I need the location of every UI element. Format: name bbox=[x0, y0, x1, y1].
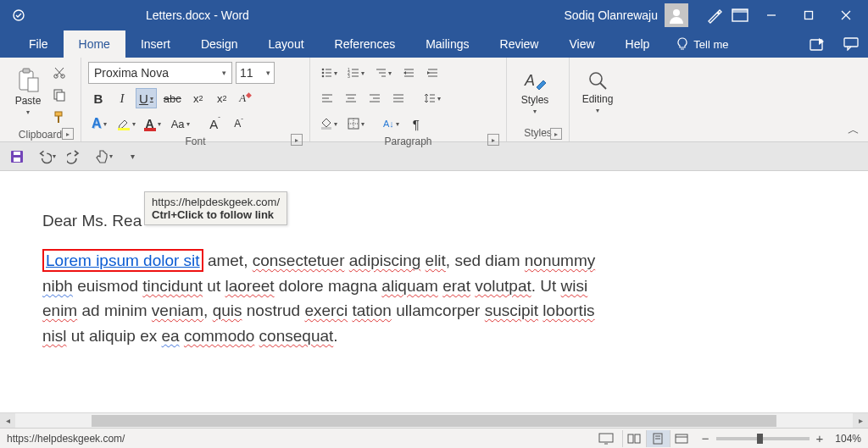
editing-button[interactable]: Editing ▾ bbox=[576, 61, 619, 122]
justify-button[interactable] bbox=[388, 88, 409, 108]
grow-font-button[interactable]: Aˆ bbox=[205, 113, 225, 134]
group-paragraph: 123 A↓ ¶ Paragraph▸ bbox=[310, 58, 507, 141]
tab-home[interactable]: Home bbox=[64, 30, 125, 58]
touch-mode-button[interactable]: ▾ bbox=[93, 147, 114, 167]
decrease-indent-button[interactable] bbox=[398, 63, 419, 83]
tab-help[interactable]: Help bbox=[610, 30, 665, 58]
minimize-button[interactable] bbox=[753, 0, 790, 30]
document-area[interactable]: https://helpdeskgeek.com/ Ctrl+Click to … bbox=[0, 171, 868, 428]
svg-rect-3 bbox=[732, 9, 748, 13]
show-marks-button[interactable]: ¶ bbox=[406, 113, 426, 134]
scroll-left-icon[interactable]: ◂ bbox=[0, 413, 15, 429]
close-button[interactable] bbox=[827, 0, 865, 30]
lightbulb-icon bbox=[676, 37, 688, 51]
svg-line-66 bbox=[600, 83, 606, 89]
redo-button[interactable] bbox=[64, 147, 85, 167]
tab-insert[interactable]: Insert bbox=[125, 30, 186, 58]
highlight-button[interactable] bbox=[114, 113, 139, 134]
cut-button[interactable] bbox=[49, 63, 70, 83]
font-dialog-icon[interactable]: ▸ bbox=[291, 134, 303, 146]
undo-button[interactable]: ▾ bbox=[36, 147, 56, 167]
paragraph-dialog-icon[interactable]: ▸ bbox=[487, 134, 499, 146]
format-painter-button[interactable] bbox=[49, 107, 70, 127]
share-icon[interactable] bbox=[800, 30, 834, 58]
tell-me[interactable]: Tell me bbox=[665, 30, 740, 58]
hyperlink[interactable]: Lorem ipsum dolor sit bbox=[46, 252, 200, 269]
title-bar: Letters.docx - Word Sodiq Olanrewaju bbox=[0, 0, 868, 30]
underline-button[interactable]: U bbox=[136, 88, 157, 108]
svg-point-0 bbox=[14, 10, 24, 20]
align-left-button[interactable] bbox=[317, 88, 337, 108]
borders-button[interactable] bbox=[344, 113, 368, 134]
group-clipboard: Paste ▾ Clipboard▸ bbox=[0, 58, 81, 141]
tab-mailings[interactable]: Mailings bbox=[410, 30, 484, 58]
zoom-knob[interactable] bbox=[757, 434, 763, 444]
line-spacing-button[interactable] bbox=[420, 88, 444, 108]
svg-rect-20 bbox=[55, 112, 62, 116]
scroll-track[interactable] bbox=[15, 413, 853, 429]
zoom-slider[interactable] bbox=[716, 437, 810, 440]
scroll-right-icon[interactable]: ▸ bbox=[853, 413, 868, 429]
bullets-button[interactable] bbox=[317, 63, 341, 83]
styles-dialog-icon[interactable]: ▸ bbox=[550, 128, 562, 140]
numbering-button[interactable]: 123 bbox=[344, 63, 368, 83]
styles-button[interactable]: A Styles ▾ bbox=[514, 61, 556, 122]
user-avatar[interactable] bbox=[665, 3, 688, 27]
autosave-icon[interactable] bbox=[10, 7, 27, 24]
print-layout-button[interactable] bbox=[646, 430, 670, 447]
drawing-pen-icon[interactable] bbox=[702, 0, 727, 30]
change-case-button[interactable]: Aa bbox=[168, 113, 193, 134]
align-center-button[interactable] bbox=[341, 88, 361, 108]
increase-indent-button[interactable] bbox=[422, 63, 442, 83]
web-layout-button[interactable] bbox=[670, 430, 693, 447]
font-color-button[interactable]: A bbox=[142, 113, 164, 134]
tab-view[interactable]: View bbox=[554, 30, 609, 58]
tell-me-label: Tell me bbox=[693, 38, 728, 51]
tab-file[interactable]: File bbox=[14, 30, 64, 58]
svg-line-16 bbox=[56, 68, 64, 76]
collapse-ribbon-icon[interactable]: ︿ bbox=[848, 123, 860, 138]
tab-references[interactable]: References bbox=[320, 30, 411, 58]
copy-button[interactable] bbox=[49, 85, 70, 105]
tab-review[interactable]: Review bbox=[485, 30, 554, 58]
tab-design[interactable]: Design bbox=[186, 30, 253, 58]
font-size-combo[interactable]: 11▾ bbox=[236, 62, 275, 84]
svg-rect-60 bbox=[321, 127, 331, 130]
zoom-in-button[interactable]: + bbox=[816, 431, 824, 445]
customize-qat-button[interactable]: ▾ bbox=[122, 147, 142, 167]
tab-layout[interactable]: Layout bbox=[253, 30, 320, 58]
shading-button[interactable] bbox=[317, 113, 341, 134]
superscript-button[interactable]: x2 bbox=[212, 88, 232, 108]
subscript-button[interactable]: x2 bbox=[188, 88, 209, 108]
svg-rect-73 bbox=[635, 434, 640, 443]
read-mode-button[interactable] bbox=[622, 430, 646, 447]
italic-button[interactable]: I bbox=[112, 88, 132, 108]
bold-button[interactable]: B bbox=[88, 88, 108, 108]
display-settings-icon[interactable] bbox=[598, 433, 614, 445]
multilevel-list-button[interactable] bbox=[371, 63, 395, 83]
align-right-button[interactable] bbox=[364, 88, 385, 108]
tooltip-url: https://helpdeskgeek.com/ bbox=[152, 196, 280, 208]
document-title: Letters.docx - Word bbox=[146, 8, 249, 22]
horizontal-scrollbar[interactable]: ◂ ▸ bbox=[0, 412, 868, 428]
text-effects-button[interactable]: A bbox=[88, 113, 110, 134]
zoom-out-button[interactable]: − bbox=[702, 431, 709, 445]
clipboard-dialog-icon[interactable]: ▸ bbox=[62, 128, 74, 140]
svg-point-65 bbox=[590, 73, 602, 85]
zoom-level[interactable]: 104% bbox=[835, 433, 861, 445]
sort-button[interactable]: A↓ bbox=[380, 113, 403, 134]
group-label-font: Font bbox=[185, 136, 205, 147]
maximize-button[interactable] bbox=[790, 0, 827, 30]
ribbon-display-icon[interactable] bbox=[727, 0, 753, 30]
comments-icon[interactable] bbox=[834, 30, 868, 58]
shrink-font-button[interactable]: Aˇ bbox=[229, 113, 249, 134]
scroll-thumb[interactable] bbox=[92, 415, 776, 427]
highlighted-link-box: Lorem ipsum dolor sit bbox=[42, 249, 203, 272]
user-name[interactable]: Sodiq Olanrewaju bbox=[564, 8, 658, 22]
paste-button[interactable]: Paste ▾ bbox=[7, 61, 49, 122]
svg-rect-5 bbox=[805, 12, 813, 19]
save-button[interactable] bbox=[7, 147, 27, 167]
clear-formatting-button[interactable]: A◆ bbox=[236, 88, 256, 108]
font-name-combo[interactable]: Proxima Nova▾ bbox=[88, 62, 232, 84]
strikethrough-button[interactable]: abc bbox=[160, 88, 185, 108]
